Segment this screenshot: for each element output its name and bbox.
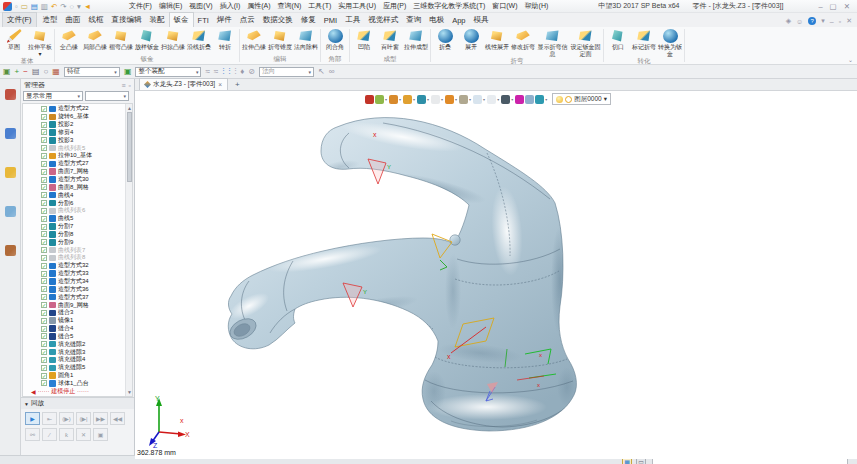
checkbox-icon[interactable]: ✓ (41, 169, 47, 175)
checkbox-icon[interactable]: ✓ (41, 365, 47, 371)
menu-item-10[interactable]: 窗口(W) (492, 1, 517, 11)
ribbon-tab-6[interactable]: FTI (194, 14, 213, 27)
folder-icon[interactable] (5, 167, 16, 178)
bars3-icon[interactable]: ⫶ (234, 67, 236, 77)
tree-item-27[interactable]: ✓镜像1 (23, 317, 132, 325)
ribbon-tab-12[interactable]: 工具 (341, 13, 364, 27)
ribbon-button-0-1[interactable]: 拉伸平板 ▾ (27, 28, 53, 57)
checkbox-icon[interactable]: ✓ (41, 137, 47, 143)
ribbon-button-6-1[interactable]: 标记折弯 (631, 28, 657, 57)
ribbon-button-4-0[interactable]: 凹陷 (351, 28, 377, 55)
tree-item-26[interactable]: ✓缝合3 (23, 309, 132, 317)
ribbon-button-0-0[interactable]: 草图 (1, 28, 27, 57)
sketch-pencil-icon[interactable] (389, 95, 398, 104)
tree-item-11[interactable]: ✓曲线4 (23, 191, 132, 199)
ribbon-button-3-0[interactable]: 闭合角 (322, 28, 348, 55)
noentry-icon[interactable]: ⊘ (248, 67, 255, 76)
checkbox-icon[interactable]: ✓ (41, 247, 47, 253)
print-icon[interactable]: ▥ (41, 2, 48, 11)
tree-item-13[interactable]: ✓曲线列表6 (23, 207, 132, 215)
tree-item-16[interactable]: ✓分割8 (23, 231, 132, 239)
ribbon-button-6-0[interactable]: 切口 (605, 28, 631, 57)
ribbon-button-5-0[interactable]: 折叠 (432, 28, 458, 57)
render-image-icon[interactable] (459, 95, 468, 104)
checkbox-icon[interactable]: ✓ (41, 263, 47, 269)
ribbon-tab-3[interactable]: 直接编辑 (108, 13, 146, 27)
menu-item-1[interactable]: 编辑(E) (159, 1, 182, 11)
circle-icon[interactable]: ○ (43, 67, 48, 76)
primitive-disc-icon[interactable] (535, 95, 544, 104)
tree-item-10[interactable]: ✓曲面8_网格 (23, 183, 132, 191)
show-hide-icon[interactable]: ▣ (3, 67, 11, 76)
shaded-cube-icon[interactable] (417, 95, 426, 104)
tree-item-33[interactable]: ✓填充缝隙5 (23, 364, 132, 372)
tree-item-28[interactable]: ✓缝合4 (23, 325, 132, 333)
tree-scrollbar[interactable]: ▲▼ (125, 104, 132, 396)
ribbon-button-6-2[interactable]: 转换为钣金 (657, 28, 683, 57)
replay-tool-button-2[interactable]: ƙ (59, 428, 74, 441)
normal-combo[interactable]: 法向▾ (259, 67, 314, 77)
ribbon-button-2-1[interactable]: 折弯锥度 (267, 28, 293, 55)
qat-collapse-icon[interactable]: ◄ (84, 2, 91, 11)
menu-item-0[interactable]: 文件(F) (129, 1, 152, 11)
panel-dock-icon[interactable]: ▫ (129, 82, 131, 89)
pan-hand-icon[interactable] (375, 95, 384, 104)
replay-tool-button-1[interactable]: ∕ (42, 428, 57, 441)
checkbox-icon[interactable]: ✓ (41, 122, 47, 128)
ribbon-button-1-3[interactable]: 放样钣金 (134, 28, 160, 55)
checkbox-icon[interactable]: ✓ (41, 129, 47, 135)
user-session-icon[interactable] (5, 245, 16, 256)
ribbon-tab-8[interactable]: 点云 (236, 13, 259, 27)
checkbox-icon[interactable]: ✓ (41, 200, 47, 206)
ribbon-button-2-0[interactable]: 拉伸凸缘 (241, 28, 267, 55)
replay-button-5[interactable]: ◀◀ (110, 412, 125, 425)
layout-window-icon[interactable] (487, 95, 496, 104)
replay-tool-button-4[interactable]: ▣ (93, 428, 108, 441)
checkbox-icon[interactable]: ✓ (41, 271, 47, 277)
checkbox-icon[interactable]: ✓ (41, 145, 47, 151)
checkbox-icon[interactable]: ✓ (41, 106, 47, 112)
replay-button-2[interactable]: (▶) (59, 412, 74, 425)
ribbon-tab-15[interactable]: 电极 (425, 13, 448, 27)
ribbon-button-1-2[interactable]: 褶弯凸缘 (108, 28, 134, 55)
checkbox-icon[interactable]: ✓ (41, 373, 47, 379)
ring-icon[interactable] (565, 96, 572, 103)
picture-icon[interactable]: ▤ (32, 67, 40, 76)
section-plane-icon[interactable] (515, 95, 524, 104)
maximize-button[interactable]: ▢ (830, 2, 837, 11)
checkbox-icon[interactable]: ✓ (41, 255, 47, 261)
ribbon-tab-17[interactable]: 模具 (470, 13, 493, 27)
checkbox-icon[interactable]: ✓ (41, 310, 47, 316)
checkbox-icon[interactable]: ✓ (41, 318, 47, 324)
ribbon-tab-2[interactable]: 线框 (85, 13, 108, 27)
open-file-icon[interactable]: ▭ (21, 2, 28, 11)
tree-item-15[interactable]: ✓分割7 (23, 223, 132, 231)
ribbon-tab-9[interactable]: 数据交换 (259, 13, 297, 27)
model-canvas[interactable]: ▾▾▾▾▾▾▾▾▾▾▾图层0000▾ (135, 91, 857, 459)
regen-icon[interactable]: ▣ (124, 67, 132, 76)
layer-combo[interactable]: 图层0000▾ (552, 93, 611, 105)
faucet-model[interactable]: x Y Y x x x (135, 91, 857, 455)
replay-tool-button-0[interactable]: ⚯ (25, 428, 40, 441)
ribbon-button-5-4[interactable]: 显示折弯信 息 (536, 28, 569, 57)
save-icon[interactable]: ▤ (31, 2, 38, 11)
refresh-icon[interactable]: ◌ (70, 2, 74, 11)
split-window-icon[interactable] (473, 95, 482, 104)
checkbox-icon[interactable]: ✓ (41, 224, 47, 230)
menu-item-11[interactable]: 帮助(H) (525, 1, 549, 11)
menu-item-6[interactable]: 工具(T) (308, 1, 331, 11)
menu-item-9[interactable]: 三维数字化教学系统(T) (413, 1, 485, 11)
checkbox-icon[interactable]: ✓ (41, 357, 47, 363)
tree-search-combo[interactable]: ▾ (85, 91, 129, 101)
wireframe-cube-icon[interactable] (431, 95, 440, 104)
ribbon-tab-file[interactable]: 文件(F) (2, 12, 37, 27)
tree-item-14[interactable]: ✓曲线5 (23, 215, 132, 223)
tree-item-2[interactable]: ✓投影2 (23, 121, 132, 129)
tree-item-1[interactable]: ✓旋转6_基体 (23, 113, 132, 121)
filter-combo[interactable]: 特征▾ (64, 67, 120, 77)
checkbox-icon[interactable]: ✓ (41, 380, 47, 386)
close-button[interactable]: ✕ (844, 2, 850, 11)
assembly-nodes-icon[interactable] (5, 128, 16, 139)
checkbox-icon[interactable]: ✓ (41, 302, 47, 308)
ribbon-tab-4[interactable]: 装配 (146, 13, 169, 27)
